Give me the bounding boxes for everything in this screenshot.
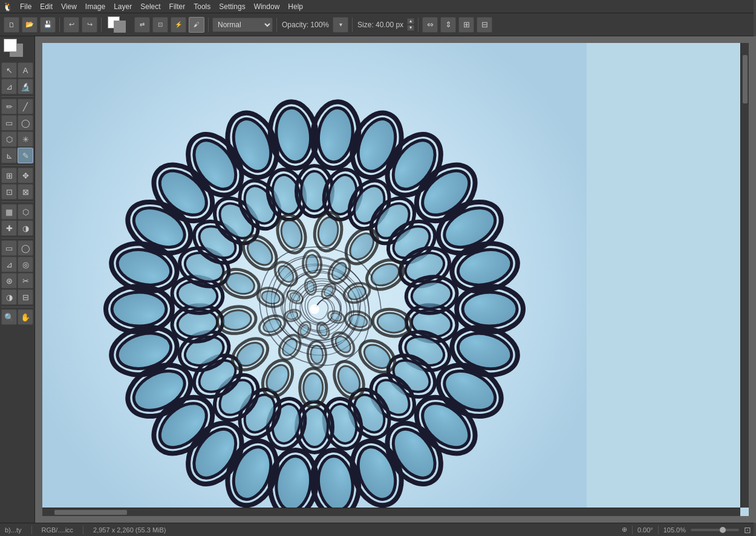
pointer-icon: ⊕: [622, 526, 627, 534]
tool-pointer[interactable]: ↖: [1, 62, 17, 78]
tool-fg-sel[interactable]: ◑: [1, 289, 17, 305]
open-button[interactable]: 📂: [22, 17, 37, 33]
zoom-slider-thumb[interactable]: [720, 527, 726, 533]
paint-mode-button[interactable]: ⚡: [171, 17, 186, 33]
menu-view[interactable]: View: [57, 1, 80, 12]
flip-vertical-button[interactable]: ⇕: [440, 17, 456, 33]
zoom-label: 105.0%: [663, 526, 686, 534]
redo-button[interactable]: ↪: [82, 17, 97, 33]
tool-heal[interactable]: ✚: [1, 220, 17, 236]
tool-sep-1: [1, 96, 33, 97]
toolbar-sep-3: [208, 18, 209, 32]
tool-polygon[interactable]: ⬡: [1, 131, 17, 147]
tool-zoom[interactable]: 🔍: [1, 309, 17, 325]
tool-path[interactable]: ⊾: [1, 148, 17, 163]
reset-colors-button[interactable]: ⊡: [152, 17, 168, 33]
dimensions-label: 2,957 x 2,260 (55.3 MiB): [93, 526, 166, 534]
tool-row-2: ⊿ 🔬: [1, 79, 33, 94]
opacity-label: Opacity: 100%: [282, 21, 329, 29]
tool-dodge[interactable]: ◑: [18, 220, 33, 236]
menu-select[interactable]: Select: [137, 1, 164, 12]
tool-transform[interactable]: ⊞: [1, 168, 17, 183]
tool-color-sample[interactable]: ⬡: [18, 204, 33, 220]
menu-file[interactable]: File: [16, 1, 35, 12]
tool-line[interactable]: ╱: [18, 99, 33, 114]
menu-tools[interactable]: Tools: [190, 1, 214, 12]
menu-edit[interactable]: Edit: [36, 1, 56, 12]
tool-row-select-1: ▭ ◯: [1, 240, 33, 256]
color-swatches: [108, 16, 129, 33]
fullscreen-icon[interactable]: ⊡: [744, 525, 751, 535]
gimp-logo: 🐧: [2, 2, 13, 11]
size-up-button[interactable]: ▴: [407, 18, 414, 24]
vertical-scrollbar[interactable]: [740, 43, 749, 508]
color-picker-area: [1, 39, 25, 60]
svg-point-112: [303, 373, 323, 403]
canvas-area[interactable]: [35, 36, 756, 523]
canvas[interactable]: [42, 43, 749, 516]
tool-path-active[interactable]: ✎: [18, 148, 33, 163]
tool-move[interactable]: ✥: [18, 168, 33, 183]
zoom-slider[interactable]: [691, 529, 739, 531]
tool-row-7: ⊞ ✥: [1, 168, 33, 183]
statusbar-sep-1: [31, 526, 32, 534]
background-color[interactable]: [114, 21, 126, 33]
tool-pencil[interactable]: ✏: [1, 99, 17, 114]
svg-point-28: [112, 292, 166, 326]
menu-window[interactable]: Window: [250, 1, 284, 12]
foreground-color-swatch[interactable]: [4, 39, 17, 52]
menu-filter[interactable]: Filter: [166, 1, 189, 12]
vscroll-thumb[interactable]: [743, 55, 748, 103]
toolbar-sep-6: [418, 18, 419, 32]
tool-fuzzy-sel[interactable]: ◎: [18, 257, 33, 272]
menu-help[interactable]: Help: [284, 1, 307, 12]
menu-image[interactable]: Image: [82, 1, 109, 12]
tool-free-sel[interactable]: ⊿: [1, 257, 17, 272]
main-area: ↖ A ⊿ 🔬 ✏ ╱ ▭ ◯ ⬡ ✳ ⊾ ✎ ⊞ ✥ ⊡: [0, 36, 756, 523]
tool-rect-select[interactable]: ▭: [1, 115, 17, 131]
new-button[interactable]: 🗋: [4, 17, 19, 33]
tool-sel-by-color[interactable]: ⊛: [1, 273, 17, 289]
swap-colors-button[interactable]: ⇄: [134, 17, 150, 33]
opacity-down-button[interactable]: ▾: [333, 17, 348, 33]
tool-scissors[interactable]: ✂: [18, 273, 33, 289]
tool-sel-edit[interactable]: ⊟: [18, 289, 33, 305]
menu-layer[interactable]: Layer: [110, 1, 135, 12]
brush-select-button[interactable]: 🖌: [189, 17, 204, 33]
tool-ellipse-sel[interactable]: ◯: [18, 240, 33, 256]
horizontal-scrollbar[interactable]: [42, 508, 740, 516]
toolbar: 🗋 📂 💾 ↩ ↪ ⇄ ⊡ ⚡ 🖌 Normal Dissolve Multip…: [0, 13, 756, 36]
tool-crop[interactable]: ⊡: [1, 184, 17, 200]
tool-eyedropper[interactable]: 🔬: [18, 79, 33, 94]
blend-mode-select[interactable]: Normal Dissolve Multiply Screen Overlay: [212, 18, 273, 32]
tool-pan[interactable]: ✋: [18, 309, 33, 325]
tool-sep-2: [1, 165, 33, 166]
tool-row-select-3: ⊛ ✂: [1, 273, 33, 289]
tool-gradient[interactable]: ▦: [1, 204, 17, 220]
tool-rect-sel2[interactable]: ▭: [1, 240, 17, 256]
size-down-button[interactable]: ▾: [407, 25, 414, 31]
save-button[interactable]: 💾: [40, 17, 56, 33]
undo-button[interactable]: ↩: [64, 17, 79, 33]
tool-sep-5: [1, 307, 33, 307]
rotation-label: 0.00°: [637, 526, 653, 534]
svg-point-2: [463, 292, 517, 326]
flip-horizontal-button[interactable]: ⇔: [422, 17, 438, 33]
tool-text[interactable]: A: [18, 62, 33, 78]
tool-star[interactable]: ✳: [18, 131, 33, 147]
hscroll-thumb[interactable]: [54, 510, 127, 515]
tool-placeholder[interactable]: ⊠: [18, 184, 33, 200]
tool-row-4: ▭ ◯: [1, 115, 33, 131]
colorspace-label: RGB/....icc: [42, 526, 74, 534]
tool-freehand[interactable]: ⊿: [1, 79, 17, 94]
toolbar-sep-4: [276, 18, 277, 32]
menu-settings[interactable]: Settings: [215, 1, 249, 12]
transform-button[interactable]: ⊞: [458, 17, 474, 33]
tool-ellipse-select[interactable]: ◯: [18, 115, 33, 131]
statusbar-sep-4: [658, 526, 659, 534]
svg-point-166: [312, 307, 317, 312]
toolbar-sep-1: [59, 18, 60, 32]
svg-point-146: [305, 255, 319, 273]
size-spinner[interactable]: ▴ ▾: [407, 18, 414, 31]
grid-button[interactable]: ⊟: [477, 17, 492, 33]
